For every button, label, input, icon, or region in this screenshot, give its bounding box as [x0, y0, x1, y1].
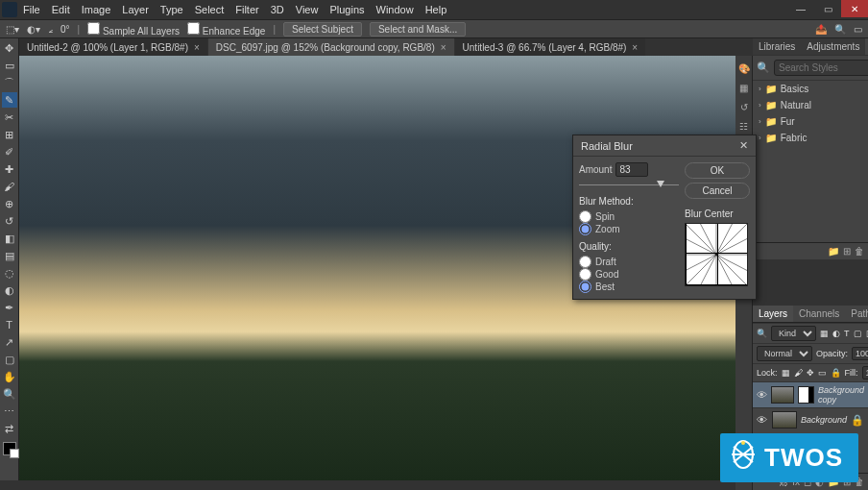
filter-adjustment-icon[interactable]: ◐ — [832, 329, 840, 338]
enhance-edge-checkbox[interactable]: Enhance Edge — [187, 22, 265, 37]
layer-mask-thumbnail[interactable] — [798, 386, 814, 404]
tab-close-icon[interactable]: × — [194, 42, 200, 53]
menu-plugins[interactable]: Plugins — [329, 4, 364, 15]
tab-adjustments[interactable]: Adjustments — [801, 38, 865, 55]
cancel-button[interactable]: Cancel — [685, 183, 750, 199]
more-tools[interactable]: ⋯ — [2, 404, 17, 419]
style-folder[interactable]: ›📁Fabric — [753, 130, 868, 146]
tab-paths[interactable]: Paths — [845, 306, 868, 322]
layer-thumbnail[interactable] — [771, 386, 794, 404]
swatches-panel-icon[interactable]: ▦ — [737, 81, 751, 94]
type-tool[interactable]: T — [2, 317, 17, 332]
amount-input[interactable] — [615, 162, 648, 177]
gradient-tool[interactable]: ▤ — [2, 248, 17, 263]
lock-position-icon[interactable]: ✥ — [807, 368, 814, 378]
select-subject-button[interactable]: Select Subject — [283, 22, 362, 37]
menu-window[interactable]: Window — [376, 4, 414, 15]
fill-input[interactable] — [862, 366, 868, 380]
tab-layers[interactable]: Layers — [753, 306, 793, 322]
menu-3d[interactable]: 3D — [271, 4, 284, 15]
rectangle-tool[interactable]: ▢ — [2, 352, 17, 367]
zoom-tool[interactable]: 🔍 — [2, 386, 17, 402]
visibility-icon[interactable]: 👁 — [757, 414, 768, 426]
sample-all-layers-checkbox[interactable]: Sample All Layers — [87, 22, 180, 37]
tab-libraries[interactable]: Libraries — [753, 38, 801, 55]
style-folder[interactable]: ›📁Fur — [753, 113, 868, 130]
crop-tool[interactable]: ✂ — [2, 110, 17, 125]
filter-kind-icon[interactable]: 🔍 — [757, 329, 767, 338]
menu-type[interactable]: Type — [160, 4, 183, 15]
lasso-tool[interactable]: ⌒ — [2, 75, 17, 90]
path-tool[interactable]: ↗ — [2, 334, 17, 350]
move-tool[interactable]: ✥ — [2, 40, 17, 56]
new-style-icon[interactable]: ⊞ — [843, 246, 851, 257]
minimize-button[interactable]: — — [787, 0, 814, 17]
history-panel-icon[interactable]: ↺ — [737, 100, 751, 113]
document-tab[interactable]: Untitled-2 @ 100% (Layer 1, RGB/8#)× — [19, 38, 207, 56]
search-icon[interactable]: 🔍 — [834, 24, 846, 35]
history-brush-tool[interactable]: ↺ — [2, 213, 17, 229]
style-folder[interactable]: ›📁Natural — [753, 97, 868, 113]
document-tab[interactable]: Untitled-3 @ 66.7% (Layer 4, RGB/8#)× — [455, 38, 646, 56]
lock-artboard-icon[interactable]: ▭ — [818, 368, 827, 378]
filter-pixel-icon[interactable]: ▦ — [820, 329, 829, 338]
workspace-icon[interactable]: ▭ — [854, 24, 862, 35]
brush-preset-icon[interactable]: ◐▾ — [27, 24, 40, 35]
select-and-mask-button[interactable]: Select and Mask... — [370, 22, 466, 37]
close-button[interactable]: ✕ — [841, 0, 868, 17]
clone-stamp-tool[interactable]: ⊕ — [2, 196, 17, 211]
document-tab[interactable]: DSC_6097.jpg @ 152% (Background copy, RG… — [208, 38, 454, 56]
brush-tool[interactable]: 🖌 — [2, 179, 17, 194]
ok-button[interactable]: OK — [685, 162, 750, 179]
angle-icon[interactable]: ⦟ — [48, 24, 53, 35]
maximize-button[interactable]: ▭ — [814, 0, 841, 17]
menu-edit[interactable]: Edit — [52, 4, 70, 15]
dialog-close-icon[interactable]: ✕ — [739, 139, 748, 152]
menu-image[interactable]: Image — [82, 4, 111, 15]
tab-close-icon[interactable]: × — [441, 42, 446, 53]
lock-all-icon[interactable]: 🔒 — [831, 368, 841, 378]
tool-preset-icon[interactable]: ⬚▾ — [6, 24, 19, 35]
quick-selection-tool[interactable]: ✎ — [2, 92, 17, 108]
share-icon[interactable]: 📤 — [815, 24, 827, 35]
edit-toolbar[interactable]: ⇄ — [2, 421, 17, 436]
blur-tool[interactable]: ◌ — [2, 265, 17, 281]
color-panel-icon[interactable]: 🎨 — [737, 61, 751, 75]
layer-row[interactable]: 👁 Background 🔒 — [753, 407, 868, 431]
blur-center-preview[interactable] — [685, 223, 748, 286]
marquee-tool[interactable]: ▭ — [2, 58, 17, 73]
angle-value[interactable]: 0° — [60, 24, 70, 35]
properties-panel-icon[interactable]: ☷ — [737, 119, 751, 133]
tab-close-icon[interactable]: × — [632, 42, 638, 53]
menu-layer[interactable]: Layer — [122, 4, 149, 15]
lock-brush-icon[interactable]: 🖌 — [794, 368, 803, 378]
menu-filter[interactable]: Filter — [235, 4, 258, 15]
quality-good-radio[interactable]: Good — [579, 268, 679, 281]
foreground-background-swatch[interactable] — [3, 442, 16, 455]
healing-brush-tool[interactable]: ✚ — [2, 161, 17, 177]
dodge-tool[interactable]: ◐ — [2, 282, 17, 298]
hand-tool[interactable]: ✋ — [2, 369, 17, 384]
new-folder-icon[interactable]: 📁 — [828, 246, 839, 257]
blend-mode-select[interactable]: Normal — [757, 346, 812, 361]
method-zoom-radio[interactable]: Zoom — [579, 223, 679, 235]
filter-kind-select[interactable]: Kind — [771, 326, 816, 341]
layer-name[interactable]: Background — [801, 415, 847, 425]
frame-tool[interactable]: ⊞ — [2, 127, 17, 142]
pen-tool[interactable]: ✒ — [2, 300, 17, 315]
filter-type-icon[interactable]: T — [844, 329, 850, 338]
amount-slider[interactable] — [579, 181, 679, 190]
menu-help[interactable]: Help — [425, 4, 447, 15]
tab-channels[interactable]: Channels — [793, 306, 845, 322]
search-styles-input[interactable] — [774, 60, 868, 76]
visibility-icon[interactable]: 👁 — [757, 389, 767, 401]
quality-draft-radio[interactable]: Draft — [579, 256, 679, 268]
eyedropper-tool[interactable]: ✐ — [2, 144, 17, 159]
filter-shape-icon[interactable]: ▢ — [854, 329, 862, 338]
layer-name[interactable]: Background copy — [818, 385, 864, 404]
quality-best-radio[interactable]: Best — [579, 281, 679, 293]
opacity-input[interactable] — [852, 347, 868, 360]
style-folder[interactable]: ›📁Basics — [753, 81, 868, 97]
lock-transparency-icon[interactable]: ▦ — [782, 368, 790, 378]
method-spin-radio[interactable]: Spin — [579, 210, 679, 223]
